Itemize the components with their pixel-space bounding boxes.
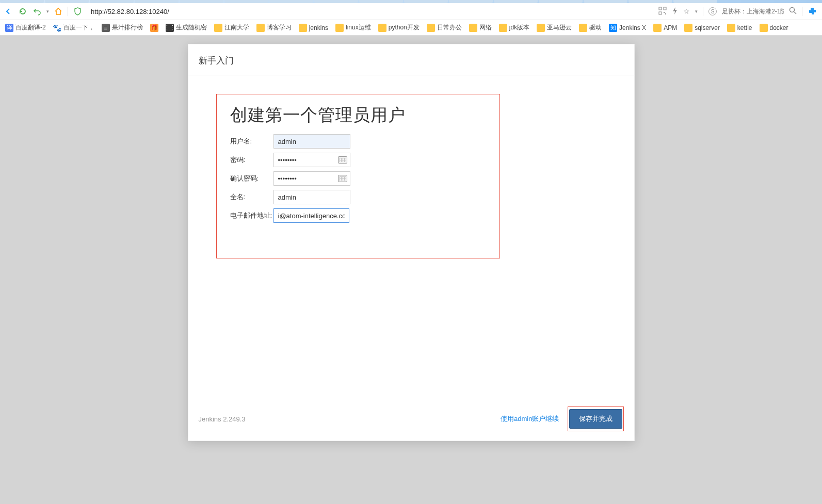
bookmark-item[interactable]: sqlserver <box>684 24 720 32</box>
bookmark-icon <box>427 24 435 32</box>
bookmark-icon: 🎁 <box>150 24 158 32</box>
browser-tab[interactable] <box>90 0 134 3</box>
news-ticker[interactable]: 足协杯：上海海港2-1陕西长乙 <box>722 7 784 16</box>
bookmark-icon <box>684 24 692 32</box>
bookmark-item[interactable]: 译百度翻译-2 <box>5 23 46 32</box>
bookmark-icon <box>653 24 662 32</box>
browser-tab[interactable] <box>359 0 403 3</box>
fullname-input[interactable] <box>273 190 350 204</box>
browser-tab[interactable] <box>0 0 44 3</box>
browser-tab[interactable] <box>180 0 223 3</box>
bookmark-icon <box>378 24 386 32</box>
bookmark-item[interactable]: 网络 <box>469 23 492 32</box>
bookmark-label: sqlserver <box>695 24 720 31</box>
svg-rect-1 <box>664 7 666 10</box>
bookmark-item[interactable]: jdk版本 <box>499 23 529 32</box>
jenkins-version: Jenkins 2.249.3 <box>199 415 246 423</box>
username-label: 用户名: <box>230 137 273 146</box>
bookmark-label: linux运维 <box>346 23 371 32</box>
email-input[interactable] <box>273 208 349 223</box>
browser-tab[interactable] <box>269 0 313 3</box>
save-and-finish-button[interactable]: 保存并完成 <box>569 409 622 429</box>
svg-point-5 <box>790 8 795 12</box>
bookmark-icon <box>537 24 545 32</box>
url-bar[interactable]: http://52.82.80.128:10240/ <box>87 7 654 17</box>
form-title: 创建第一个管理员用户 <box>230 104 486 127</box>
email-label: 电子邮件地址: <box>230 211 273 220</box>
browser-nav-bar: ▾ http://52.82.80.128:10240/ ☆ ▾ S 足协杯：上… <box>0 3 822 20</box>
star-icon[interactable]: ☆ <box>683 7 690 15</box>
bookmark-item[interactable]: 亚马逊云 <box>537 23 572 32</box>
bookmark-item[interactable]: 🎁 <box>150 24 158 32</box>
undo-button[interactable] <box>32 6 42 17</box>
browser-tab[interactable] <box>135 0 179 3</box>
bookmark-item[interactable]: 江南大学 <box>214 23 249 32</box>
browser-tab[interactable] <box>224 0 268 3</box>
bookmark-item[interactable]: python开发 <box>378 23 420 32</box>
bookmark-item[interactable]: linux运维 <box>335 23 371 32</box>
bookmark-label: python开发 <box>389 23 420 32</box>
bookmark-icon: ≡ <box>102 24 110 32</box>
bookmark-icon <box>579 24 587 32</box>
bookmark-item[interactable]: 知Jenkins X <box>609 24 646 32</box>
modal-footer: Jenkins 2.249.3 使用admin账户继续 保存并完成 <box>188 401 634 441</box>
bookmark-icon: 译 <box>5 24 13 32</box>
bookmark-item[interactable]: 日常办公 <box>427 23 462 32</box>
browser-tab[interactable] <box>673 0 717 3</box>
page-content: 新手入门 创建第一个管理员用户 用户名: 密码: 确认密码: <box>0 36 822 504</box>
bookmark-item[interactable]: jenkins <box>299 24 328 32</box>
bookmark-item[interactable]: kettle <box>727 24 752 32</box>
extension-icon[interactable] <box>808 7 817 16</box>
url-text: http://52.82.80.128:10240/ <box>91 8 169 15</box>
browser-tab[interactable] <box>628 0 672 3</box>
lightning-icon[interactable] <box>672 7 678 17</box>
bookmark-label: 亚马逊云 <box>547 23 572 32</box>
skip-admin-link[interactable]: 使用admin账户继续 <box>501 414 559 424</box>
search-icon[interactable] <box>789 7 797 16</box>
dropdown-caret-icon[interactable]: ▾ <box>695 9 698 14</box>
browser-tab[interactable] <box>404 0 448 3</box>
bookmark-icon <box>256 24 265 32</box>
browser-tab[interactable] <box>584 0 627 3</box>
home-button[interactable] <box>53 6 63 17</box>
bookmark-icon <box>499 24 507 32</box>
dropdown-caret-icon[interactable]: ▾ <box>46 9 49 14</box>
bookmark-label: 果汁排行榜 <box>112 23 143 32</box>
bookmark-item[interactable]: 博客学习 <box>256 23 292 32</box>
bookmark-icon: 🐾 <box>53 24 61 32</box>
bookmark-item[interactable]: ⋮⋮生成随机密 <box>166 23 207 32</box>
browser-tab[interactable] <box>314 0 358 3</box>
username-input[interactable] <box>273 134 350 149</box>
qr-icon[interactable] <box>658 7 667 17</box>
bookmark-item[interactable]: ≡果汁排行榜 <box>102 23 143 32</box>
bookmark-label: 驱动 <box>589 23 602 32</box>
shield-icon[interactable] <box>72 6 83 17</box>
modal-body: 创建第一个管理员用户 用户名: 密码: 确认密码: <box>188 75 634 401</box>
browser-tab[interactable] <box>494 0 538 3</box>
setup-wizard-modal: 新手入门 创建第一个管理员用户 用户名: 密码: 确认密码: <box>188 44 635 441</box>
modal-header: 新手入门 <box>188 44 634 75</box>
news-icon[interactable]: S <box>708 7 717 15</box>
bookmark-label: 日常办公 <box>437 23 462 32</box>
browser-tab[interactable] <box>449 0 493 3</box>
keyboard-icon[interactable] <box>338 156 347 164</box>
back-button[interactable] <box>3 6 13 17</box>
bookmark-label: 江南大学 <box>224 23 249 32</box>
bookmark-label: docker <box>770 24 788 31</box>
svg-line-6 <box>794 12 796 14</box>
bookmark-label: 生成随机密 <box>176 23 207 32</box>
bookmark-label: APM <box>664 24 677 31</box>
bookmark-icon <box>299 24 307 32</box>
reload-button[interactable] <box>18 6 28 17</box>
bookmark-item[interactable]: 驱动 <box>579 23 602 32</box>
browser-tab[interactable] <box>539 0 583 3</box>
bookmark-item[interactable]: docker <box>760 24 788 32</box>
form-highlight-box: 创建第一个管理员用户 用户名: 密码: 确认密码: <box>216 94 500 258</box>
bookmark-item[interactable]: 🐾百度一下， <box>53 23 94 32</box>
browser-tab[interactable] <box>45 0 89 3</box>
bookmark-label: 博客学习 <box>267 23 292 32</box>
bookmark-label: 百度翻译-2 <box>15 23 46 32</box>
password-label: 密码: <box>230 155 273 165</box>
keyboard-icon[interactable] <box>338 175 347 182</box>
bookmark-item[interactable]: APM <box>653 24 677 32</box>
